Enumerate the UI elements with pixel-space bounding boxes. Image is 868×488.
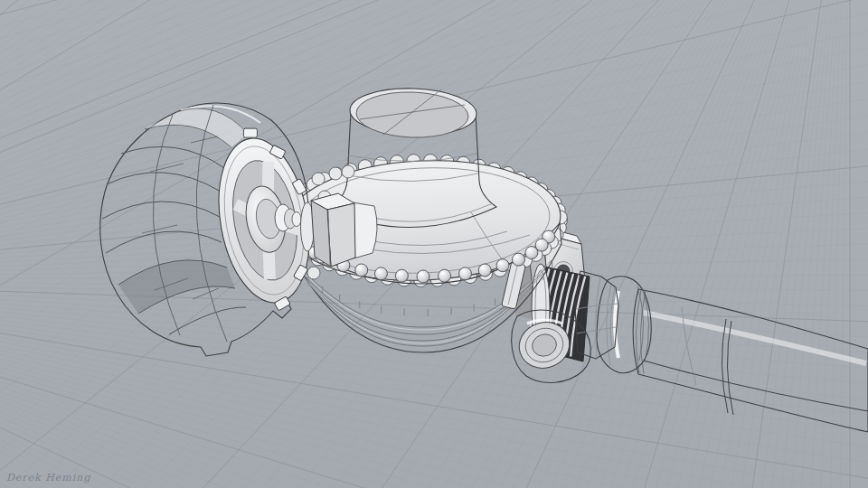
stem-front-face[interactable] xyxy=(327,203,355,267)
artist-signature: Derek Heming xyxy=(6,472,91,483)
cad-viewport[interactable]: Derek Heming xyxy=(0,0,868,488)
stem-collar xyxy=(353,202,377,258)
viewport-canvas[interactable]: Derek Heming xyxy=(0,0,868,488)
